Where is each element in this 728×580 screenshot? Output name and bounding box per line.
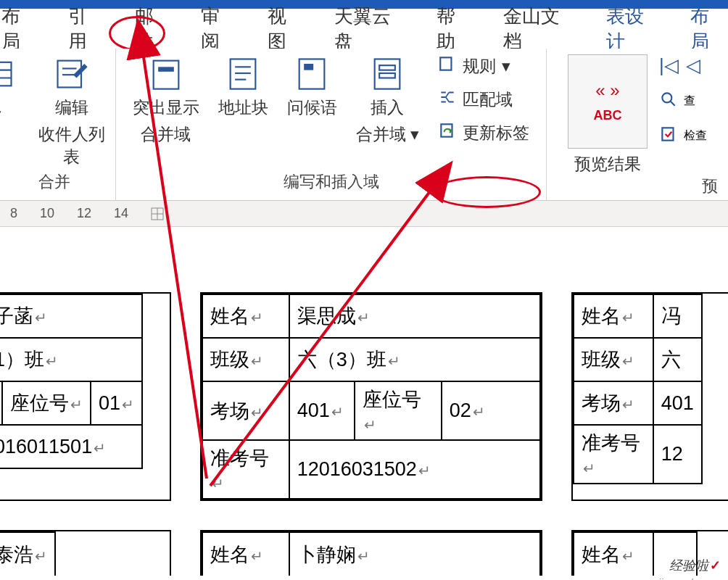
first-record-button[interactable]: |◁: [659, 54, 679, 77]
svg-rect-17: [440, 57, 451, 70]
rules-icon: [438, 54, 457, 78]
address-block-label: 地址块: [218, 98, 268, 117]
seat-label: 座位号: [10, 392, 69, 414]
class-value: 六: [661, 349, 681, 370]
name-value: 卜静娴: [297, 544, 356, 566]
edit-recipients-button[interactable]: 编辑 收件人列表: [35, 54, 108, 168]
svg-rect-16: [380, 73, 396, 78]
svg-line-20: [670, 101, 675, 106]
table-row: 考场↵ 401↵ 座位号↵ 02↵: [202, 381, 540, 440]
name-value: 子菡: [0, 305, 33, 327]
prev-record-button[interactable]: ◁: [686, 54, 700, 77]
label-row-2: 泰浩↵ 姓名↵ 卜静娴↵ 姓名↵: [0, 530, 728, 576]
label-card-5: 姓名↵ 卜静娴↵: [200, 530, 542, 576]
svg-rect-13: [304, 64, 313, 70]
exam-value: 12016031502: [297, 458, 417, 480]
check-errors-label: 检查: [684, 128, 707, 144]
address-block-icon: [224, 54, 262, 92]
table-row: 姓名↵ 卜静娴↵: [202, 532, 540, 576]
insert-field-icon: [368, 54, 406, 92]
room-key: 考场: [582, 392, 621, 414]
field-options-column: 规则 ▾ 匹配域 更新标签: [438, 54, 529, 144]
room-value: 401: [297, 399, 330, 421]
insert-merge-field-button[interactable]: 插入 合并域 ▾: [356, 54, 419, 146]
label-card-2: 姓名↵ 渠思成↵ 班级↵ 六（3）班↵ 考场↵ 401↵ 座位号↵ 02↵ 准考…: [200, 292, 542, 501]
label-card-4: 泰浩↵: [0, 530, 171, 576]
class-key: 班级: [582, 349, 621, 370]
room-key: 考场: [210, 400, 249, 422]
name-value: 泰浩: [0, 544, 33, 566]
preview-results-label: 预览结果: [574, 154, 641, 173]
check-icon: [659, 125, 678, 146]
room-value: 401: [661, 392, 694, 414]
update-labels-button[interactable]: 更新标签: [438, 121, 529, 144]
ruler-tab-icon: [151, 207, 164, 220]
exam-id-value: 016011501: [0, 436, 92, 457]
svg-rect-7: [158, 67, 174, 72]
group-label-write-insert: 编写和插入域: [284, 171, 379, 197]
name-key: 姓名: [210, 305, 249, 327]
table-row: 姓名↵ 冯: [574, 294, 702, 338]
table-row: 子菡↵: [0, 294, 142, 338]
group-start-mail-merge: · ▾ 编辑 收件人列表 合并: [0, 49, 116, 200]
match-fields-button[interactable]: 匹配域: [438, 88, 513, 111]
group-preview: « » ABC 预览结果 |◁ ◁ 查: [547, 49, 728, 200]
svg-rect-6: [153, 61, 178, 89]
ribbon: · ▾ 编辑 收件人列表 合并 突出显示 合并域: [0, 49, 728, 201]
svg-rect-8: [231, 59, 256, 89]
group-label-preview: 预: [702, 175, 721, 202]
highlight-line2: 合并域: [141, 125, 191, 144]
table-row: 泰浩↵: [0, 532, 55, 576]
watermark-url: jingyanla.com: [658, 576, 721, 580]
svg-rect-14: [375, 59, 400, 89]
table-row: 1）班↵: [0, 338, 142, 381]
seat-key: 座位号: [363, 389, 421, 410]
rules-button[interactable]: 规则 ▾: [438, 54, 510, 78]
greeting-icon: [293, 54, 331, 92]
name-key: 姓名: [210, 544, 249, 566]
edit-recipients-line1: 编辑: [55, 98, 88, 117]
exam-value: 12: [661, 443, 683, 465]
table-row: 班级↵ 六: [574, 338, 702, 381]
label-table-3: 姓名↵ 冯 班级↵ 六 考场↵ 401 准考号↵ 12: [573, 294, 703, 484]
name-key: 姓名: [582, 305, 621, 327]
exam-key: 准考号: [582, 432, 640, 454]
table-row: 016011501↵: [0, 425, 142, 468]
greeting-line-button[interactable]: 问候语: [287, 54, 337, 119]
group-label-mail-merge: 合并: [38, 171, 70, 197]
name-value: 冯: [661, 305, 681, 327]
record-navigation: |◁ ◁: [659, 54, 700, 77]
label-row-1: 子菡↵ 1）班↵ 座位号↵ 01↵ 016011501↵ 姓名↵: [0, 292, 728, 501]
ribbon-tabs: 布局 引用 邮件 审阅 视图 天翼云盘 帮助 金山文档 表设计 布局: [0, 9, 728, 49]
seat-value: 02: [450, 399, 471, 421]
address-block-button[interactable]: 地址块: [218, 54, 268, 119]
greeting-label: 问候语: [287, 98, 337, 117]
find-recipient-label: 查: [684, 94, 695, 109]
label-card-3: 姓名↵ 冯 班级↵ 六 考场↵ 401 准考号↵ 12: [571, 292, 728, 501]
preview-results-button[interactable]: « » ABC 预览结果: [568, 54, 648, 175]
check-errors-button[interactable]: 检查: [659, 125, 707, 146]
horizontal-ruler[interactable]: 8 10 12 14: [0, 201, 728, 227]
find-recipient-button[interactable]: 查: [659, 90, 695, 112]
name-key: 姓名: [582, 544, 621, 566]
group-write-insert: 突出显示 合并域 地址块 问候语 插入 合并域 ▾: [116, 49, 547, 200]
select-recipients-button[interactable]: · ▾: [0, 54, 16, 125]
label-table-1: 子菡↵ 1）班↵ 座位号↵ 01↵ 016011501↵: [0, 294, 143, 469]
document-area[interactable]: 子菡↵ 1）班↵ 座位号↵ 01↵ 016011501↵ 姓名↵: [0, 227, 728, 580]
recipients-icon: [0, 54, 16, 92]
svg-rect-15: [380, 65, 396, 70]
highlight-icon: [147, 54, 185, 92]
match-fields-label: 匹配域: [463, 88, 513, 111]
search-icon: [659, 90, 678, 112]
table-row: 姓名↵ 渠思成↵: [202, 294, 540, 338]
ruler-mark-12: 12: [77, 206, 91, 221]
class-value: 1）班: [0, 349, 44, 370]
update-labels-label: 更新标签: [463, 122, 529, 144]
exam-key: 准考号: [210, 447, 269, 469]
ruler-mark-8: 8: [10, 206, 17, 221]
seat-value: 01: [99, 392, 120, 414]
highlight-merge-fields-button[interactable]: 突出显示 合并域: [133, 54, 199, 146]
svg-rect-21: [662, 128, 673, 140]
label-table-2: 姓名↵ 渠思成↵ 班级↵ 六（3）班↵ 考场↵ 401↵ 座位号↵ 02↵ 准考…: [202, 294, 541, 500]
table-row: 班级↵ 六（3）班↵: [202, 338, 540, 381]
